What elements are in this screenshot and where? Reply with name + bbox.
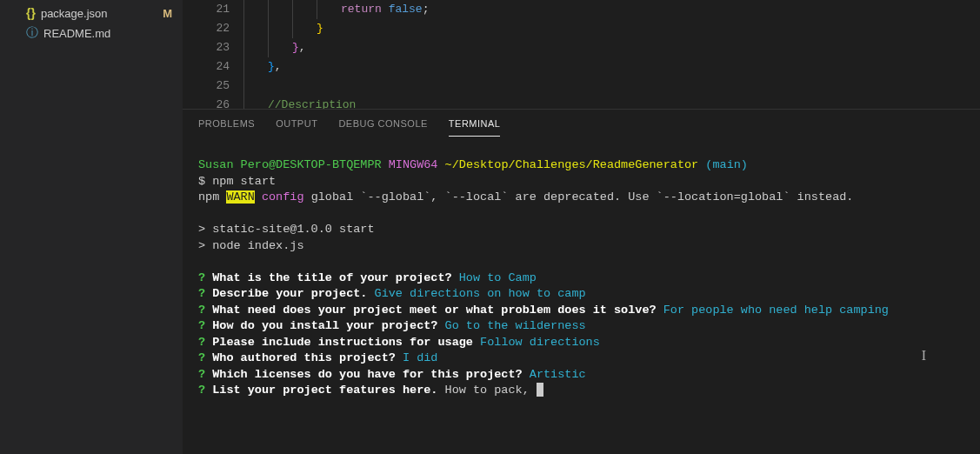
file-item-README-md[interactable]: ⓘREADME.md [0,23,183,43]
prompt-question-mark-icon: ? [198,336,205,349]
prompt-answer: For people who need help camping [663,304,889,317]
panel-tabs: PROBLEMS OUTPUT DEBUG CONSOLE TERMINAL [183,110,980,137]
code-line[interactable]: }, [243,38,980,57]
prompt-question-current: List your project features here. [212,384,444,397]
prompt-answer: Artistic [530,368,586,381]
terminal-git-branch: (main) [705,158,748,171]
prompt-question-mark-icon: ? [198,287,205,300]
file-item-package-json[interactable]: {}package.jsonM [0,3,183,23]
prompt-question: Who authored this project? [212,351,403,364]
prompt-question-mark-icon: ? [198,368,205,381]
terminal-cursor [537,383,543,397]
prompt-question-mark-icon: ? [198,304,205,317]
prompt-question-mark-icon: ? [198,351,205,364]
terminal-shell: MINGW64 [389,158,438,171]
code-line[interactable]: //Description [243,96,980,109]
terminal-content[interactable]: Susan Pero@DESKTOP-BTQEMPR MINGW64 ~/Des… [183,137,980,454]
prompt-question: Which licenses do you have for this proj… [212,368,530,381]
code-line[interactable] [243,77,980,96]
prompt-question-mark-icon: ? [198,319,205,332]
prompt-question: How do you install your project? [212,319,444,332]
code-content[interactable]: return false;}},},//Description [243,0,980,109]
prompt-question-mark-icon: ? [198,384,205,397]
text-cursor-icon: I [922,348,926,364]
main-area: 212223242526 return false;}},},//Descrip… [183,0,980,454]
prompt-question: What is the title of your project? [212,271,459,284]
code-line[interactable]: }, [243,57,980,77]
line-number: 26 [183,96,230,109]
file-explorer-sidebar: {}package.jsonMⓘREADME.md [0,0,183,454]
tab-output[interactable]: OUTPUT [276,115,317,137]
json-file-icon: {} [26,6,36,20]
prompt-question: What need does your project meet or what… [212,304,663,317]
tab-terminal[interactable]: TERMINAL [449,115,501,137]
prompt-answer: Follow directions [480,336,600,349]
tab-problems[interactable]: PROBLEMS [198,115,255,137]
file-name-label: README.md [43,27,176,40]
terminal-command: npm start [212,175,276,188]
file-modified-badge: M [163,7,172,20]
prompt-answer: I did [403,351,438,364]
prompt-current-input: How to pack, [445,384,537,397]
prompt-answer: How to Camp [459,271,537,284]
line-number-gutter: 212223242526 [183,0,243,109]
code-line[interactable]: } [243,19,980,38]
line-number: 21 [183,0,230,19]
code-line[interactable]: return false; [243,0,980,19]
prompt-answer: Go to the wilderness [445,319,586,332]
file-name-label: package.json [41,7,163,20]
prompt-question: Please include instructions for usage [212,336,480,349]
line-number: 25 [183,77,230,96]
bottom-panel: PROBLEMS OUTPUT DEBUG CONSOLE TERMINAL S… [183,109,980,454]
line-number: 23 [183,38,230,57]
prompt-question-mark-icon: ? [198,271,205,284]
prompt-question: Describe your project. [212,287,374,300]
line-number: 22 [183,19,230,38]
code-editor[interactable]: 212223242526 return false;}},},//Descrip… [183,0,980,109]
info-file-icon: ⓘ [26,25,38,41]
tab-debug-console[interactable]: DEBUG CONSOLE [338,115,427,137]
terminal-user-host: Susan Pero@DESKTOP-BTQEMPR [198,158,382,171]
line-number: 24 [183,57,230,77]
npm-warn-badge: WARN [226,190,254,204]
prompt-answer: Give directions on how to camp [375,287,586,300]
terminal-cwd: ~/Desktop/Challenges/ReadmeGenerator [445,158,699,171]
